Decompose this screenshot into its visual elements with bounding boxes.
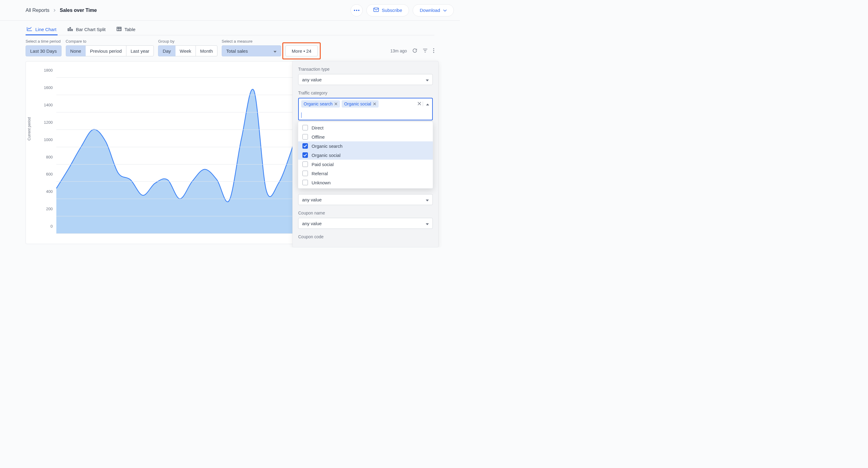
y-tick-label: 200 — [37, 207, 53, 211]
top-bar: All Reports Sales over Time Subscribe Do… — [0, 0, 460, 21]
option-label: Referral — [312, 171, 328, 176]
tab-line-chart[interactable]: Line Chart — [26, 25, 58, 35]
coupon-name-label: Coupon name — [298, 210, 433, 215]
tab-bar-chart[interactable]: Bar Chart Split — [66, 25, 107, 35]
measure-select[interactable]: Total sales — [222, 46, 281, 56]
caret-down-icon — [426, 77, 429, 82]
option-label: Organic search — [312, 144, 343, 149]
svg-rect-6 — [71, 29, 72, 31]
y-tick-label: 1400 — [37, 103, 53, 107]
transaction-type-select[interactable]: any value — [298, 74, 433, 85]
y-tick-label: 600 — [37, 172, 53, 176]
refreshed-time: 13m ago — [391, 49, 407, 53]
time-period-label: Select a time period — [26, 39, 62, 43]
traffic-option[interactable]: Direct — [298, 123, 433, 132]
traffic-option[interactable]: Offline — [298, 132, 433, 141]
chip-label: Organic social — [344, 101, 371, 106]
compare-none[interactable]: None — [66, 46, 86, 56]
coupon-name-value: any value — [302, 221, 321, 226]
svg-point-9 — [433, 50, 434, 51]
tab-table[interactable]: Table — [116, 25, 137, 35]
svg-point-2 — [358, 10, 360, 11]
svg-rect-7 — [117, 27, 121, 31]
breadcrumb-root[interactable]: All Reports — [26, 8, 49, 13]
kebab-icon[interactable] — [433, 48, 434, 54]
view-tabs: Line Chart Bar Chart Split Table — [26, 21, 434, 35]
y-tick-label: 400 — [37, 189, 53, 194]
transaction-type-value: any value — [302, 77, 321, 82]
compare-last-year[interactable]: Last year — [126, 46, 154, 56]
checkbox[interactable] — [303, 143, 308, 149]
time-period-select[interactable]: Last 30 Days — [26, 46, 62, 56]
option-label: Offline — [312, 135, 325, 140]
filters-row: Select a time period Last 30 Days Compar… — [26, 35, 434, 61]
hidden-select-value: any value — [302, 197, 321, 202]
group-day[interactable]: Day — [158, 46, 176, 56]
text-cursor — [301, 112, 302, 118]
traffic-option[interactable]: Unknown — [298, 178, 433, 187]
group-week[interactable]: Week — [175, 46, 196, 56]
more-filters-button[interactable]: More • 24 — [285, 46, 318, 56]
svg-point-8 — [433, 48, 434, 49]
y-tick-label: 1000 — [37, 137, 53, 142]
chip-remove-icon[interactable] — [334, 101, 337, 106]
option-label: Organic social — [312, 153, 341, 158]
table-icon — [117, 27, 122, 32]
traffic-option[interactable]: Organic social — [298, 150, 433, 160]
line-chart-icon — [27, 27, 32, 32]
y-ticks: 020040060080010001200140016001800 — [37, 62, 53, 244]
download-button[interactable]: Download — [413, 4, 454, 17]
traffic-category-dropdown: DirectOfflineOrganic searchOrganic socia… — [298, 122, 433, 188]
caret-down-icon — [426, 197, 429, 202]
breadcrumb-current: Sales over Time — [60, 8, 97, 13]
checkbox[interactable] — [303, 162, 308, 167]
y-tick-label: 800 — [37, 154, 53, 159]
clear-all-icon[interactable] — [417, 101, 421, 106]
y-tick-label: 1200 — [37, 120, 53, 124]
checkbox[interactable] — [303, 134, 308, 140]
measure-value: Total sales — [226, 49, 248, 54]
compare-segment: None Previous period Last year — [66, 46, 154, 56]
group-by-segment: Day Week Month — [158, 46, 217, 56]
filter-icon[interactable] — [423, 49, 428, 54]
traffic-category-input[interactable]: Organic search Organic social — [298, 98, 433, 120]
svg-point-0 — [354, 10, 355, 11]
checkbox[interactable] — [303, 180, 308, 185]
option-label: Direct — [312, 125, 323, 130]
toolbar-right: 13m ago — [391, 46, 434, 56]
svg-rect-4 — [68, 29, 69, 31]
coupon-name-select[interactable]: any value — [298, 218, 433, 229]
hidden-select[interactable]: any value — [298, 194, 433, 205]
checkbox[interactable] — [303, 125, 308, 130]
chip-remove-icon[interactable] — [373, 101, 376, 106]
svg-rect-3 — [374, 8, 378, 11]
compare-label: Compare to — [66, 39, 154, 43]
compare-previous[interactable]: Previous period — [85, 46, 126, 56]
refresh-icon[interactable] — [412, 48, 417, 54]
bar-chart-icon — [67, 27, 73, 32]
y-axis-label: Current period — [27, 117, 31, 141]
download-label: Download — [420, 8, 440, 13]
group-by-label: Group by — [158, 39, 217, 43]
breadcrumb: All Reports Sales over Time — [26, 8, 97, 13]
chevron-down-icon — [443, 8, 447, 13]
traffic-option[interactable]: Paid social — [298, 160, 433, 169]
traffic-option[interactable]: Referral — [298, 169, 433, 178]
y-tick-label: 1600 — [37, 85, 53, 90]
traffic-chip: Organic social — [342, 100, 378, 108]
caret-up-icon[interactable] — [423, 101, 429, 106]
traffic-chip: Organic search — [301, 100, 340, 108]
svg-rect-5 — [70, 27, 71, 31]
transaction-type-label: Transaction type — [298, 67, 433, 71]
checkbox[interactable] — [303, 152, 308, 158]
traffic-category-label: Traffic category — [298, 90, 433, 95]
more-options-button[interactable] — [350, 4, 363, 17]
chevron-right-icon — [53, 8, 56, 13]
traffic-option[interactable]: Organic search — [298, 141, 433, 150]
tab-label: Table — [125, 27, 135, 32]
top-actions: Subscribe Download — [350, 4, 454, 17]
group-month[interactable]: Month — [195, 46, 217, 56]
checkbox[interactable] — [303, 171, 308, 176]
y-tick-label: 1800 — [37, 68, 53, 72]
subscribe-button[interactable]: Subscribe — [366, 4, 409, 17]
